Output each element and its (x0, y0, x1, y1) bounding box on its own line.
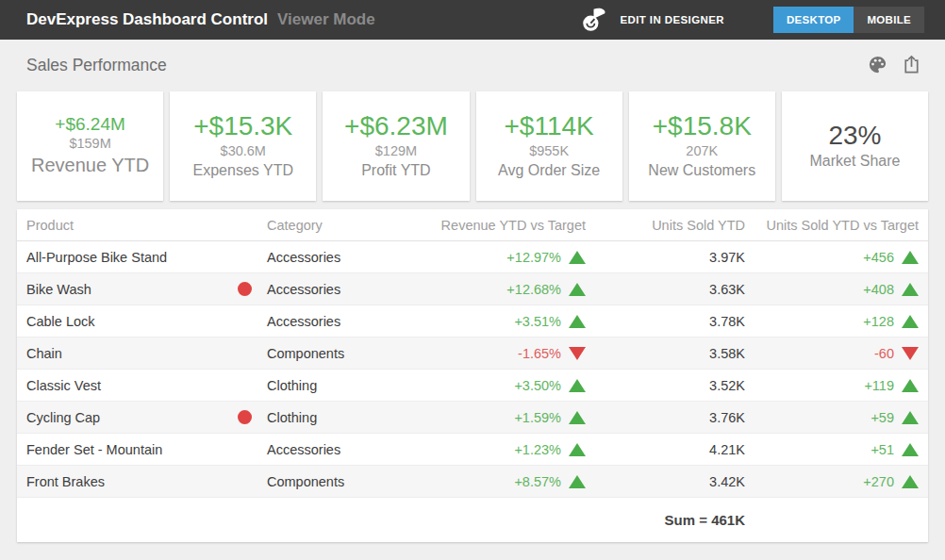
palette-icon (867, 54, 888, 78)
units-vs-target-cell: +408 (745, 282, 919, 297)
column-header-category[interactable]: Category (267, 218, 437, 233)
trend-arrow-icon (569, 315, 586, 328)
edit-in-designer-button[interactable]: EDIT IN DESIGNER (620, 14, 724, 25)
viewer-mode-label: Viewer Mode (277, 10, 375, 29)
units-sold-cell: 3.42K (586, 474, 745, 489)
revenue-vs-target-cell: -1.65% (437, 346, 586, 361)
product-cell: Chain (26, 346, 62, 361)
units-sold-cell: 3.76K (586, 410, 745, 425)
mobile-button[interactable]: MOBILE (854, 7, 924, 33)
kpi-label: New Customers (648, 160, 755, 181)
product-cell: Classic Vest (26, 378, 101, 393)
dashboard-toolbar: Sales Performance (0, 40, 945, 91)
trend-arrow-icon (569, 443, 586, 456)
kpi-card-expenses[interactable]: +$15.3K $30.6M Expenses YTD (170, 91, 316, 201)
trend-arrow-icon (902, 283, 919, 296)
revenue-vs-target-cell: +12.68% (437, 282, 586, 297)
units-sold-sum: Sum = 461K (586, 512, 745, 528)
trend-arrow-icon (569, 379, 586, 392)
units-vs-target-cell: +456 (745, 250, 919, 265)
alert-dot-icon (238, 282, 252, 296)
kpi-delta: +$114K (504, 111, 593, 141)
kpi-label: Profit YTD (361, 160, 431, 181)
top-header: DevExpress Dashboard Control Viewer Mode… (0, 0, 945, 40)
kpi-value: $129M (375, 142, 417, 161)
category-cell: Accessories (267, 442, 437, 457)
units-sold-cell: 3.63K (586, 282, 745, 297)
revenue-vs-target-cell: +1.23% (437, 442, 586, 457)
kpi-value: $159M (69, 135, 110, 154)
category-cell: Accessories (267, 250, 437, 265)
kpi-cards: +$6.24M $159M Revenue YTD +$15.3K $30.6M… (17, 91, 928, 201)
dashboard-app: DevExpress Dashboard Control Viewer Mode… (0, 0, 945, 542)
toolbar-icons (865, 52, 924, 80)
revenue-vs-target-cell: +3.50% (437, 378, 586, 393)
category-cell: Clothing (267, 410, 437, 425)
product-cell: Cycling Cap (26, 410, 100, 425)
kpi-delta: +$6.24M (55, 114, 124, 135)
trend-arrow-icon (902, 411, 919, 424)
category-cell: Clothing (267, 378, 437, 393)
kpi-value: $30.6M (221, 142, 266, 161)
units-sold-cell: 3.52K (586, 378, 745, 393)
units-sold-cell: 4.21K (586, 442, 745, 457)
export-icon (901, 54, 922, 78)
revenue-vs-target-cell: +8.57% (437, 474, 586, 489)
trend-arrow-icon (902, 251, 919, 264)
trend-arrow-icon (569, 283, 586, 296)
top-header-actions: EDIT IN DESIGNER DESKTOP MOBILE (581, 7, 924, 33)
trend-arrow-icon (569, 475, 586, 488)
trend-arrow-icon (569, 411, 586, 424)
kpi-label: Revenue YTD (31, 153, 149, 178)
kpi-value: 207K (686, 142, 718, 161)
units-sold-cell: 3.97K (586, 250, 745, 265)
column-header-units-vs-target[interactable]: Units Sold YTD vs Target (745, 218, 919, 233)
table-row[interactable]: All-Purpose Bike Stand Accessories +12.9… (17, 241, 928, 273)
units-sold-cell: 3.78K (586, 314, 745, 329)
color-scheme-button[interactable] (865, 52, 890, 80)
trend-arrow-icon (902, 347, 919, 360)
export-button[interactable] (899, 52, 924, 80)
desktop-button[interactable]: DESKTOP (773, 7, 854, 33)
app-title-group: DevExpress Dashboard Control Viewer Mode (26, 10, 375, 29)
kpi-card-revenue[interactable]: +$6.24M $159M Revenue YTD (17, 91, 163, 201)
kpi-delta: +$15.8K (653, 111, 752, 141)
trend-arrow-icon (902, 379, 919, 392)
revenue-vs-target-cell: +3.51% (437, 314, 586, 329)
category-cell: Components (267, 346, 437, 361)
category-cell: Accessories (267, 282, 437, 297)
column-header-units-sold[interactable]: Units Sold YTD (586, 218, 745, 233)
kpi-value: $955K (529, 142, 569, 161)
trend-arrow-icon (902, 315, 919, 328)
table-row[interactable]: Chain Components -1.65% 3.58K -60 (17, 338, 928, 370)
kpi-card-profit[interactable]: +$6.23M $129M Profit YTD (323, 91, 469, 201)
kpi-label: Expenses YTD (193, 160, 293, 181)
kpi-card-market-share[interactable]: 23% Market Share (782, 91, 928, 201)
table-row[interactable]: Fender Set - Mountain Accessories +1.23%… (17, 434, 928, 466)
app-title: DevExpress Dashboard Control (26, 10, 268, 29)
category-cell: Components (267, 474, 437, 489)
trend-arrow-icon (902, 443, 919, 456)
column-header-revenue-vs-target[interactable]: Revenue YTD vs Target (437, 218, 586, 233)
table-row[interactable]: Cycling Cap Clothing +1.59% 3.76K +59 (17, 402, 928, 434)
kpi-delta: 23% (828, 121, 881, 151)
kpi-card-avg-order[interactable]: +$114K $955K Avg Order Size (476, 91, 622, 201)
column-header-product[interactable]: Product (26, 218, 267, 233)
kpi-card-new-customers[interactable]: +$15.8K 207K New Customers (629, 91, 775, 201)
alert-dot-icon (238, 410, 252, 424)
revenue-vs-target-cell: +1.59% (437, 410, 586, 425)
table-row[interactable]: Cable Lock Accessories +3.51% 3.78K +128 (17, 305, 928, 338)
table-row[interactable]: Bike Wash Accessories +12.68% 3.63K +408 (17, 273, 928, 305)
dashboard-title: Sales Performance (26, 56, 167, 75)
table-row[interactable]: Front Brakes Components +8.57% 3.42K +27… (17, 466, 928, 498)
view-mode-switch: DESKTOP MOBILE (773, 7, 924, 33)
units-vs-target-cell: -60 (745, 346, 919, 361)
table-row[interactable]: Classic Vest Clothing +3.50% 3.52K +119 (17, 370, 928, 402)
units-vs-target-cell: +51 (745, 442, 919, 457)
units-vs-target-cell: +119 (745, 378, 919, 393)
trend-arrow-icon (569, 251, 586, 264)
summary-row: Sum = 461K (17, 498, 928, 542)
units-vs-target-cell: +270 (745, 474, 919, 489)
product-cell: Front Brakes (26, 474, 105, 489)
units-sold-cell: 3.58K (586, 346, 745, 361)
